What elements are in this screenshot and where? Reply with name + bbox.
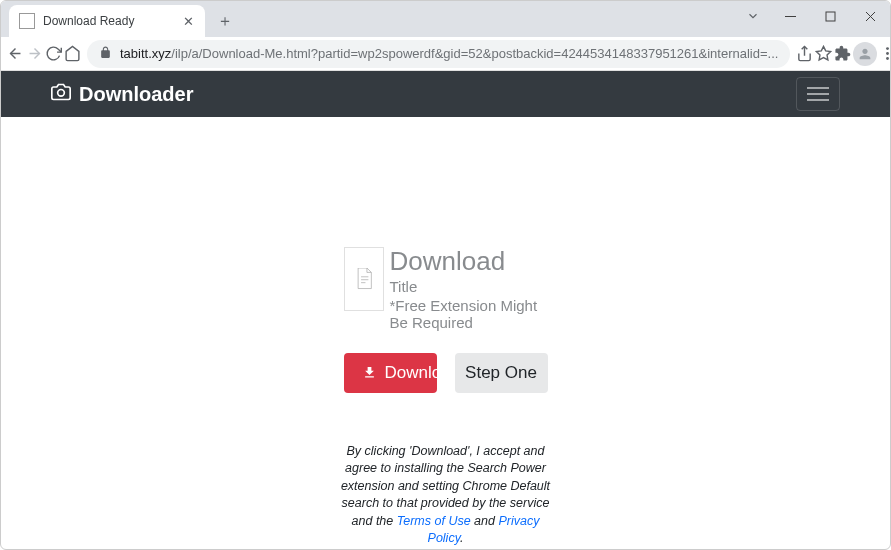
terms-link[interactable]: Terms of Use bbox=[397, 514, 471, 528]
disclaimer-text: By clicking 'Download', I accept and agr… bbox=[335, 443, 557, 548]
window-controls bbox=[736, 1, 890, 31]
site-brand[interactable]: Downloader bbox=[51, 82, 193, 106]
svg-marker-7 bbox=[817, 46, 831, 59]
download-subtitle: Title bbox=[390, 278, 548, 295]
minimize-button[interactable] bbox=[770, 1, 810, 31]
reload-button[interactable] bbox=[45, 40, 62, 68]
tab-title: Download Ready bbox=[43, 14, 177, 28]
svg-point-10 bbox=[886, 57, 889, 60]
svg-rect-1 bbox=[826, 12, 835, 21]
star-icon[interactable] bbox=[815, 40, 832, 68]
back-button[interactable] bbox=[7, 40, 24, 68]
extensions-icon[interactable] bbox=[834, 40, 851, 68]
address-bar[interactable]: tabitt.xyz/ilp/a/Download-Me.html?partid… bbox=[87, 40, 790, 68]
download-heading: Download bbox=[390, 247, 548, 276]
new-tab-button[interactable]: ＋ bbox=[211, 7, 239, 35]
tab-favicon bbox=[19, 13, 35, 29]
download-box: Download Title *Free Extension Might Be … bbox=[344, 247, 548, 331]
hamburger-menu[interactable] bbox=[796, 77, 840, 111]
download-info: Download Title *Free Extension Might Be … bbox=[390, 247, 548, 331]
brand-text: Downloader bbox=[79, 83, 193, 106]
browser-toolbar: tabitt.xyz/ilp/a/Download-Me.html?partid… bbox=[1, 37, 890, 71]
download-icon bbox=[362, 365, 377, 380]
svg-point-11 bbox=[58, 90, 65, 97]
download-button[interactable]: Download bbox=[344, 353, 437, 393]
close-window-button[interactable] bbox=[850, 1, 890, 31]
browser-window-bar: Download Ready ✕ ＋ bbox=[1, 1, 890, 37]
button-row: Download Step One bbox=[344, 353, 548, 393]
file-icon bbox=[344, 247, 384, 311]
share-icon[interactable] bbox=[796, 40, 813, 68]
chevron-down-icon[interactable] bbox=[736, 1, 770, 31]
svg-point-9 bbox=[886, 52, 889, 55]
main-content: Download Title *Free Extension Might Be … bbox=[1, 117, 890, 548]
profile-avatar[interactable] bbox=[853, 40, 877, 68]
menu-icon[interactable] bbox=[879, 40, 891, 68]
camera-icon bbox=[51, 82, 71, 106]
tab-close-icon[interactable]: ✕ bbox=[181, 14, 195, 28]
maximize-button[interactable] bbox=[810, 1, 850, 31]
lock-icon bbox=[99, 46, 112, 62]
download-note: *Free Extension Might Be Required bbox=[390, 297, 548, 331]
site-navbar: Downloader bbox=[1, 71, 890, 117]
browser-tab[interactable]: Download Ready ✕ bbox=[9, 5, 205, 37]
home-button[interactable] bbox=[64, 40, 81, 68]
url-text: tabitt.xyz/ilp/a/Download-Me.html?partid… bbox=[120, 46, 778, 61]
svg-point-8 bbox=[886, 47, 889, 50]
step-one-button[interactable]: Step One bbox=[455, 353, 548, 393]
forward-button[interactable] bbox=[26, 40, 43, 68]
